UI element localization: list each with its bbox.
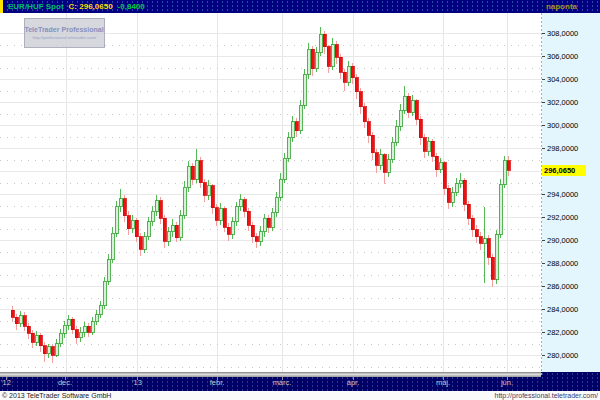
candle-body xyxy=(463,180,466,204)
candle-body xyxy=(219,209,222,221)
candle-body xyxy=(99,306,102,315)
candle-body xyxy=(419,119,422,137)
candle-body xyxy=(343,72,346,82)
price-tick-label: 302,0000 xyxy=(542,97,600,107)
candle-body xyxy=(447,188,450,202)
candle-body xyxy=(47,347,50,354)
candle-body xyxy=(127,216,130,229)
candlestick-plot[interactable] xyxy=(0,13,541,372)
candle-body xyxy=(383,155,386,172)
candle-body xyxy=(115,207,118,233)
watermark-title: TeleTrader Professional xyxy=(25,26,104,34)
current-price-label: 296,0650 xyxy=(542,165,586,176)
candle-body xyxy=(279,179,282,197)
candle-body xyxy=(155,201,158,211)
candle-body xyxy=(91,322,94,332)
price-tick-label: 304,0000 xyxy=(542,74,600,84)
price-tick-label: 292,0000 xyxy=(542,212,600,222)
candle-body xyxy=(403,96,406,110)
candle-body xyxy=(263,218,266,232)
date-tick-label: '12 xyxy=(1,378,11,387)
candle-body xyxy=(39,335,42,345)
date-tick-label: febr. xyxy=(210,378,225,387)
candle-body xyxy=(175,225,178,238)
price-tick-label: 280,0000 xyxy=(542,350,600,360)
candle-body xyxy=(35,335,38,342)
candle-body xyxy=(223,209,226,227)
candle-body xyxy=(171,225,174,232)
candle-body xyxy=(495,234,498,279)
candle-body xyxy=(351,66,354,78)
candle-body xyxy=(323,34,326,47)
candle-body xyxy=(407,96,410,112)
candle-body xyxy=(503,161,506,185)
candle-body xyxy=(159,201,162,218)
date-tick-label: máj. xyxy=(436,378,450,387)
candle-body xyxy=(451,193,454,202)
candle-body xyxy=(387,160,390,173)
candle-body xyxy=(391,142,394,159)
footer-bar: © 2013 TeleTrader Software GmbH http://p… xyxy=(0,391,600,400)
teletrader-chart-window: EUR/HUF Spot C: 296,0650 -0,8400 naponta… xyxy=(0,0,600,400)
candle-body xyxy=(375,153,378,166)
candle-body xyxy=(267,218,270,227)
candle-body xyxy=(211,186,214,208)
candle-body xyxy=(227,227,230,234)
candle-body xyxy=(23,316,26,326)
candle-body xyxy=(411,101,414,113)
date-tick-label: ápr. xyxy=(347,378,360,387)
candle-body xyxy=(367,122,370,136)
price-tick-mark xyxy=(542,125,545,126)
price-tick-mark xyxy=(542,217,545,218)
date-tick-label: dec. xyxy=(58,378,72,387)
candle-body xyxy=(271,212,274,227)
candle-body xyxy=(195,161,198,179)
quote-header-bar: EUR/HUF Spot C: 296,0650 -0,8400 naponta xyxy=(0,0,600,13)
candle-body xyxy=(215,208,218,221)
candle-body xyxy=(427,141,430,151)
price-tick-label: 286,0000 xyxy=(542,281,600,291)
price-axis[interactable]: 296,0650 308,0000306,0000304,0000302,000… xyxy=(542,13,600,372)
candle-body xyxy=(95,315,98,322)
candle-body xyxy=(467,204,470,218)
price-tick-mark xyxy=(542,286,545,287)
candle-body xyxy=(151,211,154,221)
symbol-label: EUR/HUF Spot xyxy=(8,0,64,13)
candle-body xyxy=(287,138,290,159)
candle-body xyxy=(359,92,362,107)
candle-body xyxy=(139,237,142,250)
footer-url-label: http://professional.teletrader.com/ xyxy=(495,392,599,399)
candle-body xyxy=(11,310,14,317)
price-tick-mark xyxy=(542,102,545,103)
candle-body xyxy=(507,161,510,171)
price-tick-mark xyxy=(542,309,545,310)
candle-body xyxy=(15,317,18,324)
price-tick-mark xyxy=(542,148,545,149)
candle-body xyxy=(131,220,134,228)
candle-body xyxy=(335,45,338,58)
interval-label: naponta xyxy=(546,2,577,11)
candle-body xyxy=(247,211,250,225)
candle-body xyxy=(311,49,314,69)
candle-body xyxy=(471,218,474,230)
candle-body xyxy=(275,197,278,212)
plot-bottom-groove xyxy=(0,372,541,377)
candle-body xyxy=(83,326,86,332)
candle-body xyxy=(379,155,382,165)
candle-body xyxy=(123,199,126,216)
date-tick-label: márc. xyxy=(273,378,292,387)
candle-body xyxy=(163,218,166,241)
candle-body xyxy=(119,199,122,207)
candle-body xyxy=(183,187,186,216)
price-tick-label: 290,0000 xyxy=(542,235,600,245)
candle-body xyxy=(339,57,342,72)
candle-body xyxy=(307,49,310,74)
candle-body xyxy=(479,237,482,244)
price-tick-label: 282,0000 xyxy=(542,327,600,337)
candle-body xyxy=(207,186,210,195)
candle-body xyxy=(283,158,286,179)
candle-body xyxy=(415,101,418,119)
candle-body xyxy=(107,260,110,282)
candle-body xyxy=(499,185,502,234)
candle-body xyxy=(483,239,486,244)
